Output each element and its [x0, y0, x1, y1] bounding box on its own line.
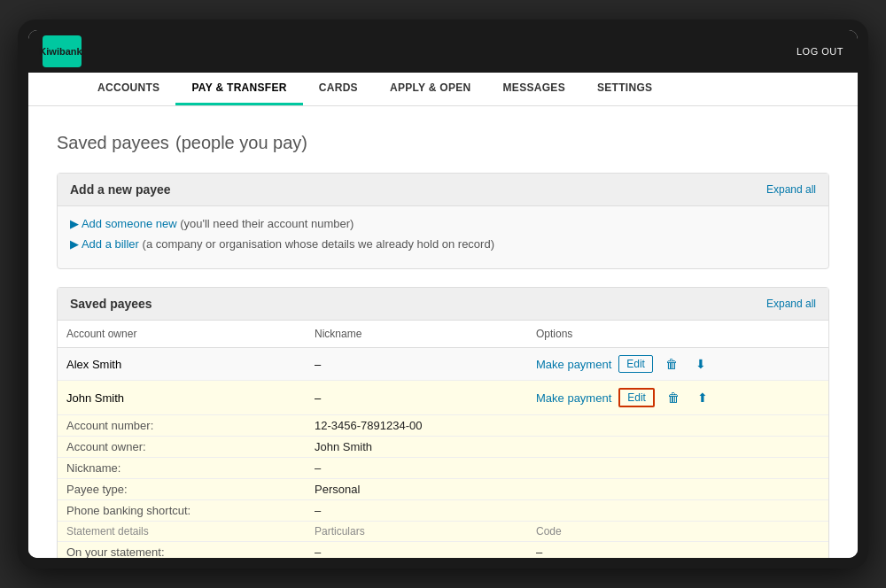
john-smith-delete-button[interactable]: 🗑 [662, 389, 685, 406]
saved-payees-title: Saved payees [70, 297, 152, 311]
john-smith-edit-button[interactable]: Edit [618, 388, 655, 407]
john-smith-options-cell: Make payment Edit 🗑 ⬆ [536, 388, 820, 407]
logo-text: Kiwi [39, 46, 59, 57]
top-bar: Kiwi bank. LOG OUT [28, 30, 858, 73]
logo: Kiwi bank. [43, 35, 82, 67]
page-content: Saved payees (people you pay) Add a new … [28, 106, 858, 558]
col-header-account-owner: Account owner [58, 321, 306, 348]
john-smith-account-number-row: Account number: 12-3456-7891234-00 [58, 415, 828, 437]
detail-payee-type-label: Payee type: [58, 479, 306, 500]
alex-smith-edit-button[interactable]: Edit [618, 355, 653, 373]
logout-button[interactable]: LOG OUT [797, 46, 843, 57]
john-smith-nickname: – [306, 381, 527, 415]
add-biller-link[interactable]: ▶ Add a biller (a company or organisatio… [70, 237, 816, 251]
nav-item-pay-transfer[interactable]: PAY & TRANSFER [175, 73, 302, 105]
john-smith-payee-type-row: Payee type: Personal [58, 479, 828, 500]
nav-bar: ACCOUNTS PAY & TRANSFER CARDS APPLY & OP… [28, 73, 858, 106]
logo-text2: bank. [59, 46, 85, 57]
account-number-label: Account number: [58, 415, 306, 437]
saved-payees-section: Saved payees Expand all Account owner Ni… [57, 287, 829, 558]
detail-phone-shortcut-value: – [306, 500, 828, 522]
john-smith-move-up-button[interactable]: ⬆ [692, 389, 713, 406]
detail-payee-type-value: Personal [306, 479, 828, 500]
john-smith-nickname-row: Nickname: – [58, 458, 828, 479]
statement-code-label: Code [527, 522, 828, 542]
nav-item-settings[interactable]: SETTINGS [581, 73, 668, 105]
add-payee-expand-all[interactable]: Expand all [766, 183, 816, 196]
add-someone-new-link[interactable]: ▶ Add someone new (you'll need their acc… [70, 217, 816, 230]
detail-nickname-value: – [306, 458, 828, 479]
on-your-statement-value2: – [527, 542, 828, 559]
nav-item-apply-open[interactable]: APPLY & OPEN [374, 73, 487, 105]
nav-item-cards[interactable]: CARDS [303, 73, 374, 105]
tablet-frame: Kiwi bank. LOG OUT ACCOUNTS PAY & TRANSF… [18, 19, 868, 569]
page-title: Saved payees (people you pay) [57, 128, 829, 155]
alex-smith-options-cell: Make payment Edit 🗑 ⬇ [536, 355, 820, 373]
logo-box: Kiwi bank. [43, 35, 82, 67]
john-smith-phone-shortcut-row: Phone banking shortcut: – [58, 500, 828, 522]
table-row: Alex Smith – Make payment Edit 🗑 ⬇ [58, 348, 828, 381]
statement-particulars-label: Particulars [306, 522, 527, 542]
account-number-value: 12-3456-7891234-00 [306, 415, 828, 437]
add-payee-section: Add a new payee Expand all ▶ Add someone… [57, 173, 829, 269]
detail-phone-shortcut-label: Phone banking shortcut: [58, 500, 306, 522]
statement-details-label: Statement details [58, 522, 306, 542]
add-payee-title: Add a new payee [70, 182, 171, 197]
detail-nickname-label: Nickname: [58, 458, 306, 479]
detail-account-owner-value: John Smith [306, 437, 828, 458]
john-smith-on-your-statement-row: On your statement: – – [58, 542, 828, 559]
john-smith-options: Make payment Edit 🗑 ⬆ [527, 381, 828, 415]
saved-payees-header: Saved payees Expand all [58, 288, 828, 321]
add-payee-body: ▶ Add someone new (you'll need their acc… [58, 206, 828, 268]
on-your-statement-value: – [306, 542, 527, 559]
alex-smith-make-payment[interactable]: Make payment [536, 358, 611, 371]
statement-details-header-row: Statement details Particulars Code [58, 522, 828, 542]
detail-account-owner-label: Account owner: [58, 437, 306, 458]
table-row: John Smith – Make payment Edit 🗑 ⬆ [58, 381, 828, 415]
saved-payees-expand-all[interactable]: Expand all [766, 298, 816, 310]
on-your-statement-label: On your statement: [58, 542, 306, 559]
nav-item-messages[interactable]: MESSAGES [487, 73, 581, 105]
col-header-options: Options [527, 321, 828, 348]
payees-table: Account owner Nickname Options Alex Smit… [58, 321, 828, 558]
col-header-nickname: Nickname [306, 321, 527, 348]
john-smith-make-payment[interactable]: Make payment [536, 391, 611, 405]
john-smith-account-owner-row: Account owner: John Smith [58, 437, 828, 458]
alex-smith-move-down-button[interactable]: ⬇ [690, 355, 711, 373]
alex-smith-options: Make payment Edit 🗑 ⬇ [527, 348, 828, 381]
alex-smith-nickname: – [306, 348, 527, 381]
add-payee-section-header: Add a new payee Expand all [58, 174, 828, 206]
john-smith-name: John Smith [58, 381, 306, 415]
screen: Kiwi bank. LOG OUT ACCOUNTS PAY & TRANSF… [28, 30, 858, 558]
alex-smith-name: Alex Smith [58, 348, 306, 381]
nav-item-accounts[interactable]: ACCOUNTS [82, 73, 175, 105]
alex-smith-delete-button[interactable]: 🗑 [660, 355, 683, 373]
